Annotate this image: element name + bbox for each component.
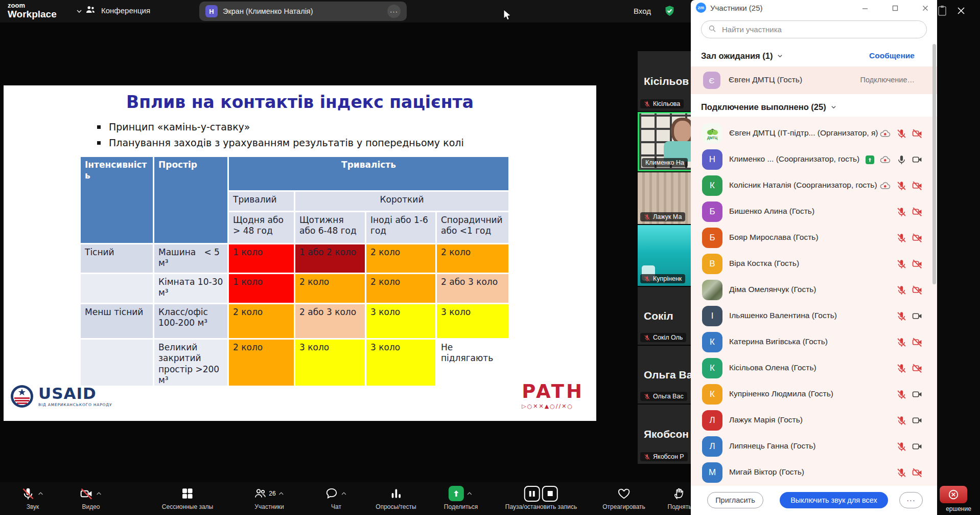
- slide-bullet-1-text: Принцип «камінь-у-ставку»: [109, 121, 250, 132]
- toolbar-label: Звук: [21, 503, 44, 510]
- breakout-rooms-icon: [181, 487, 194, 500]
- participant-row[interactable]: ККолісник Наталія (Соорганизатор, гость): [691, 173, 937, 199]
- mic-muted-icon: [644, 101, 650, 107]
- toolbar-polls-button[interactable]: Опросы/тесты: [376, 485, 416, 510]
- avatar: К: [702, 384, 722, 405]
- participant-name: Липянець Ганна (Гость): [729, 441, 815, 451]
- screen-share-badge-icon: [866, 155, 874, 164]
- chevron-up-icon[interactable]: [340, 490, 347, 497]
- close-window-icon[interactable]: [956, 6, 966, 17]
- invite-button[interactable]: Пригласить: [707, 492, 763, 508]
- participant-search-box[interactable]: [701, 20, 927, 38]
- camera-muted-icon: [912, 258, 923, 270]
- mic-muted-icon: [896, 337, 907, 348]
- chevron-up-icon[interactable]: [278, 490, 285, 497]
- more-options-button[interactable]: ···: [899, 492, 923, 508]
- avatar: Л: [702, 436, 722, 457]
- video-tile[interactable]: ЯкобсонЯкобсон Р: [638, 405, 691, 464]
- tab-conference[interactable]: Конференция: [85, 4, 150, 17]
- toolbar-raise-button[interactable]: Поднять: [668, 485, 692, 510]
- toolbar-label: Сессионные залы: [162, 503, 213, 510]
- shared-screen-slide: Вплив на контактів індекс пацієнта Принц…: [4, 85, 596, 421]
- participant-status-icons: [866, 154, 923, 165]
- participant-row[interactable]: ББишенко Алина (Гость): [691, 199, 937, 225]
- joined-header[interactable]: Подключение выполнено (25): [701, 102, 837, 112]
- chevron-up-icon[interactable]: [37, 490, 44, 497]
- login-button[interactable]: Вход: [634, 7, 651, 15]
- video-tile[interactable]: КісільовКісільова: [638, 51, 691, 111]
- participant-row[interactable]: ЛЛипянець Ганна (Гость): [691, 434, 937, 460]
- search-input[interactable]: [721, 25, 920, 34]
- participant-row[interactable]: ККупріненко Людмила (Гость): [691, 382, 937, 408]
- waiting-room-row[interactable]: Є Євген ДМТЦ (Гость) Подключение…: [691, 66, 937, 94]
- avatar: ДМТЦ: [702, 123, 722, 144]
- participant-row[interactable]: Діма Омелянчук (Гость): [691, 277, 937, 303]
- minimize-icon[interactable]: [860, 4, 870, 12]
- pause-recording-icon[interactable]: [524, 486, 540, 502]
- participant-status-icons: [896, 232, 923, 243]
- participant-row[interactable]: ММигай Віктор (Гость): [691, 460, 937, 486]
- toolbar-chat-button[interactable]: Чат: [325, 485, 347, 510]
- table-cell-value: 2 або 3 коло: [295, 304, 365, 338]
- video-tile[interactable]: Ольга ВаОльга Вас: [638, 346, 691, 404]
- waiting-room-header[interactable]: Зал ожидания (1): [701, 51, 783, 61]
- camera-on-icon: [912, 154, 923, 165]
- toolbar-breakout-button[interactable]: Сессионные залы: [162, 485, 213, 510]
- toolbar-share-button[interactable]: Поделиться: [444, 485, 478, 510]
- table-cell-intensity: [81, 340, 153, 386]
- toolbar-participants-button[interactable]: 26Участники: [253, 485, 285, 510]
- avatar: Б: [702, 201, 722, 222]
- waiting-participant-status: Подключение…: [860, 76, 915, 84]
- maximize-icon[interactable]: [891, 4, 900, 12]
- panel-scrollbar[interactable]: [932, 44, 936, 284]
- video-tile[interactable]: Лажук Ма: [638, 172, 691, 224]
- chevron-up-icon[interactable]: [96, 490, 103, 497]
- participant-row[interactable]: ВВіра Костка (Гость): [691, 251, 937, 277]
- participant-row[interactable]: ІІльяшенко Валентина (Гость): [691, 303, 937, 329]
- tab-more-icon[interactable]: ···: [387, 5, 401, 18]
- participant-name: Ільяшенко Валентина (Гость): [729, 311, 837, 320]
- mic-muted-icon: [896, 415, 907, 426]
- end-meeting-button[interactable]: [940, 486, 967, 503]
- screen-tab-avatar: Н: [205, 5, 218, 17]
- video-tile[interactable]: Купріненк: [638, 225, 691, 286]
- participant-name: Мигай Віктор (Гость): [729, 467, 804, 477]
- toolbar-react-button[interactable]: Отреагировать: [602, 485, 645, 510]
- mic-muted-icon: [644, 454, 650, 460]
- participant-row[interactable]: ЛЛажук Марія (Гость): [691, 408, 937, 434]
- avatar: [702, 280, 722, 300]
- video-thumbnail-strip: КісільовКісільова Клименко НаЛажук МаКуп…: [638, 51, 691, 465]
- mute-all-button[interactable]: Выключить звук для всех: [780, 492, 888, 508]
- participant-status-icons: [879, 128, 923, 139]
- camera-on-icon: [912, 415, 923, 426]
- mic-muted-icon: [896, 363, 907, 374]
- slide-bullet-2-text: Планування заходів з урахуванням результ…: [109, 137, 464, 148]
- chevron-down-icon: [777, 53, 783, 59]
- joined-header-label: Подключение выполнено (25): [701, 102, 826, 112]
- participant-row[interactable]: ККатерина Вигівська (Гость): [691, 329, 937, 355]
- end-meeting-label: ершение: [937, 505, 980, 512]
- tile-name-label: Сокіл Оль: [640, 333, 686, 342]
- security-shield-icon[interactable]: [663, 5, 676, 19]
- participant-row[interactable]: ББояр Мирослава (Гость): [691, 225, 937, 251]
- bullet-square-icon: [97, 141, 101, 145]
- toolbar-video-button[interactable]: Видео: [80, 485, 103, 510]
- chevron-down-icon[interactable]: [76, 8, 83, 17]
- zoom-workplace-logo: zoom Workplace: [8, 2, 57, 19]
- video-tile[interactable]: Клименко На: [638, 112, 691, 171]
- clipboard-icon[interactable]: [938, 5, 947, 18]
- toolbar-record-button[interactable]: Пауза/остановить запись: [505, 485, 577, 510]
- video-tile[interactable]: СокілСокіл Оль: [638, 287, 691, 345]
- toolbar-audio-button[interactable]: Звук: [21, 485, 44, 510]
- participant-row[interactable]: НКлименко ... (Соорганизатор, гость): [691, 147, 937, 173]
- message-link[interactable]: Сообщение: [869, 51, 915, 60]
- tab-screen-share[interactable]: Н Экран (Клименко Наталія) ···: [199, 2, 407, 21]
- chevron-up-icon[interactable]: [466, 490, 473, 497]
- share-screen-icon: [449, 486, 464, 501]
- stop-recording-icon[interactable]: [542, 486, 558, 502]
- participant-row[interactable]: ККісільова Олена (Гость): [691, 355, 937, 382]
- close-icon[interactable]: [921, 4, 930, 12]
- toolbar-label: Поднять: [668, 503, 692, 510]
- participant-row[interactable]: ДМТЦЄвген ДМТЦ (ІТ-підтр... (Организатор…: [691, 121, 937, 147]
- tile-name-label: Лажук Ма: [640, 212, 685, 221]
